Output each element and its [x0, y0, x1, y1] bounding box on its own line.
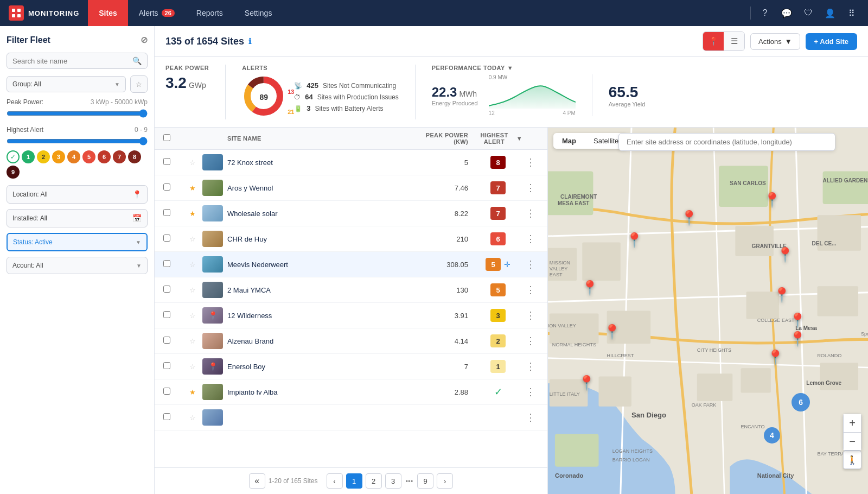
table-row[interactable]: ★ Impianto fv Alba 2.88 ✓ ⋮: [155, 379, 547, 405]
star-icon[interactable]: ★: [189, 210, 196, 218]
row-checkbox[interactable]: [163, 235, 170, 242]
page-btn-1[interactable]: 1: [346, 473, 362, 489]
row-checkbox[interactable]: [163, 183, 170, 191]
star-icon[interactable]: ☆: [189, 414, 196, 422]
table-row[interactable]: ☆ Alzenau Brand 4.14 2 ⋮: [155, 328, 547, 354]
table-row[interactable]: ★ Wholesale solar 8.22 7 ⋮: [155, 201, 547, 226]
list-view-btn[interactable]: ☰: [724, 32, 744, 50]
status-select[interactable]: Status: Active ▼: [7, 233, 148, 251]
select-all-checkbox[interactable]: [163, 134, 170, 141]
page-btn-2[interactable]: 2: [366, 473, 382, 489]
star-icon[interactable]: ☆: [189, 159, 196, 167]
star-icon[interactable]: ☆: [189, 337, 196, 345]
table-row[interactable]: ☆ 📍 Enersol Boy 7 1 ⋮: [155, 354, 547, 379]
alert-bubble-3[interactable]: 3: [52, 150, 65, 163]
star-icon[interactable]: ☆: [189, 312, 196, 320]
map-pin-red-3[interactable]: 📍: [763, 192, 781, 208]
alert-bubble-6[interactable]: 6: [98, 150, 111, 163]
map-view-btn[interactable]: 📍: [703, 32, 724, 50]
map-search-input[interactable]: [618, 133, 835, 151]
row-menu[interactable]: ⋮: [522, 309, 539, 321]
row-menu[interactable]: ⋮: [522, 182, 539, 194]
zoom-out-btn[interactable]: −: [843, 432, 861, 451]
row-checkbox[interactable]: [163, 209, 170, 216]
account-select[interactable]: Acount: All ▼: [7, 257, 148, 274]
alert-bubble-5[interactable]: 5: [82, 150, 95, 163]
star-icon[interactable]: ★: [189, 388, 196, 396]
favorites-button[interactable]: ☆: [130, 75, 148, 93]
nav-alerts[interactable]: Alerts 26: [128, 0, 186, 26]
table-row[interactable]: ☆ Meevis Nederweert 308.05 5 ✛ ⋮: [155, 252, 547, 277]
row-menu[interactable]: ⋮: [522, 207, 539, 219]
map-pin-red-1[interactable]: 📍: [581, 280, 598, 296]
row-checkbox[interactable]: [163, 388, 170, 395]
cluster-6[interactable]: 6: [792, 393, 810, 411]
peak-power-slider[interactable]: [7, 109, 148, 118]
message-icon[interactable]: 💬: [777, 3, 796, 23]
row-menu[interactable]: ⋮: [522, 411, 539, 423]
page-btn-9[interactable]: 9: [417, 473, 433, 489]
col-highest-alert[interactable]: HIGHEST ALERT ▼: [474, 132, 522, 145]
map-container[interactable]: CLAIREMONT MESA EAST SAN CARLOS ALLIED G…: [548, 128, 868, 494]
filter-icon[interactable]: ⊘: [141, 35, 148, 45]
table-row[interactable]: ★ Aros y Wennol 7.46 7 ⋮: [155, 175, 547, 201]
row-menu[interactable]: ⋮: [522, 386, 539, 398]
table-row[interactable]: ☆ 📍 12 Wilderness 3.91 3 ⋮: [155, 303, 547, 328]
row-checkbox[interactable]: [163, 362, 170, 369]
alert-bubble-7[interactable]: 7: [113, 150, 126, 163]
page-next-btn[interactable]: ›: [437, 473, 453, 489]
zoom-in-btn[interactable]: +: [843, 414, 861, 432]
row-menu[interactable]: ⋮: [522, 156, 539, 168]
nav-reports[interactable]: Reports: [186, 0, 234, 26]
star-icon[interactable]: ★: [189, 184, 196, 192]
row-menu[interactable]: ⋮: [522, 258, 539, 270]
map-pin-red-5[interactable]: 📍: [789, 331, 806, 347]
row-menu[interactable]: ⋮: [522, 284, 539, 296]
row-menu[interactable]: ⋮: [522, 233, 539, 245]
grid-icon[interactable]: ⠿: [842, 3, 861, 23]
row-checkbox[interactable]: [163, 413, 170, 420]
highest-alert-slider[interactable]: [7, 137, 148, 145]
move-icon[interactable]: ✛: [504, 260, 510, 269]
map-pin-green-3[interactable]: 📍: [603, 324, 621, 340]
installed-select[interactable]: Installed: All 📅: [7, 209, 148, 227]
table-row[interactable]: ☆ ⋮: [155, 405, 547, 430]
perf-header[interactable]: PERFORMANCE TODAY ▼: [432, 65, 857, 71]
help-icon[interactable]: ?: [755, 3, 775, 23]
table-row[interactable]: ☆ 2 Maui YMCA 130 5 ⋮: [155, 277, 547, 303]
alert-bubble-9[interactable]: 9: [7, 166, 20, 179]
actions-button[interactable]: Actions ▼: [750, 33, 800, 50]
cluster-4[interactable]: 4: [764, 427, 780, 444]
shield-icon[interactable]: 🛡: [799, 3, 818, 23]
add-site-button[interactable]: + Add Site: [806, 33, 857, 50]
table-row[interactable]: ☆ CHR de Huy 210 6 ⋮: [155, 226, 547, 252]
nav-sites[interactable]: Sites: [88, 0, 127, 26]
alert-bubble-check[interactable]: ✓: [7, 150, 20, 163]
page-btn-3[interactable]: 3: [385, 473, 401, 489]
search-input[interactable]: [12, 57, 132, 65]
row-checkbox[interactable]: [163, 311, 170, 318]
star-icon[interactable]: ☆: [189, 261, 196, 269]
star-icon[interactable]: ☆: [189, 235, 196, 243]
location-select[interactable]: Location: All 📍: [7, 185, 148, 204]
group-select[interactable]: Group: All ▼: [7, 76, 126, 92]
map-pin-orange-1[interactable]: 📍: [767, 349, 784, 366]
user-icon[interactable]: 👤: [820, 3, 840, 23]
street-view-btn[interactable]: 🚶: [843, 451, 861, 469]
row-menu[interactable]: ⋮: [522, 335, 539, 347]
table-row[interactable]: ☆ 72 Knox street 5 8 ⋮: [155, 150, 547, 175]
map-pin-yellow-1[interactable]: 📍: [789, 312, 806, 329]
alert-bubble-8[interactable]: 8: [128, 150, 141, 163]
alert-bubble-2[interactable]: 2: [37, 150, 50, 163]
row-checkbox[interactable]: [163, 337, 170, 344]
star-icon[interactable]: ☆: [189, 286, 196, 294]
map-pin-red-6[interactable]: 📍: [578, 375, 595, 391]
row-menu[interactable]: ⋮: [522, 360, 539, 372]
page-prev-btn[interactable]: ‹: [327, 473, 343, 489]
map-tab[interactable]: Map: [553, 133, 585, 149]
map-pin-green-2[interactable]: 📍: [776, 246, 794, 263]
map-pin-green-1[interactable]: 📍: [680, 210, 698, 226]
row-checkbox[interactable]: [163, 286, 170, 293]
map-pin-red-2[interactable]: 📍: [626, 232, 643, 249]
star-icon[interactable]: ☆: [189, 363, 196, 371]
